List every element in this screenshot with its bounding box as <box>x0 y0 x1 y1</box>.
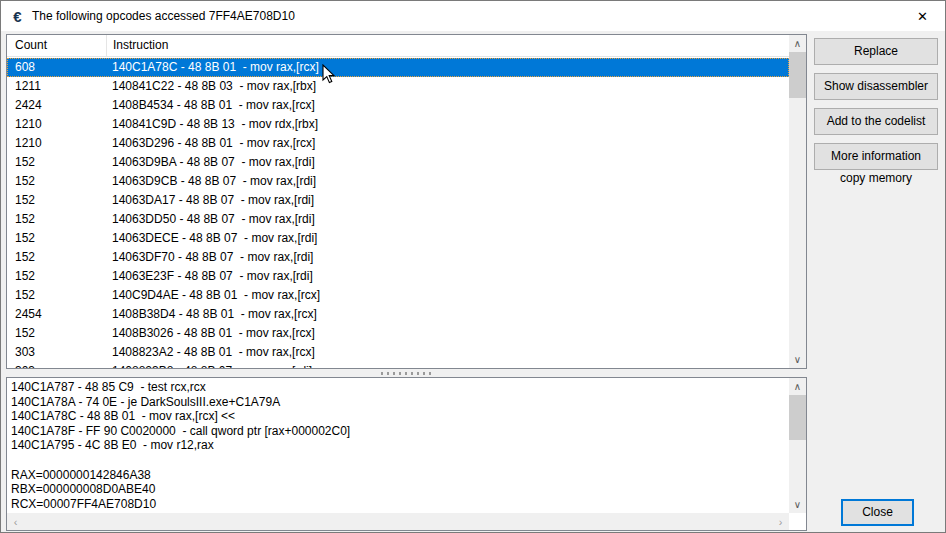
count-cell: 2424 <box>7 96 107 115</box>
table-row[interactable]: 152 14063DECE - 48 8B 07 - mov rax,[rdi] <box>7 229 789 248</box>
close-button[interactable]: Close <box>841 499 914 526</box>
instruction-cell: 14063D296 - 48 8B 01 - mov rax,[rcx] <box>107 134 789 153</box>
table-row[interactable]: 303 1408823B8 - 48 8B 07 - mov rax,[rdi] <box>7 362 789 368</box>
table-row[interactable]: 152 14063E23F - 48 8B 07 - mov rax,[rdi] <box>7 267 789 286</box>
table-row[interactable]: 152 14063D9BA - 48 8B 07 - mov rax,[rdi] <box>7 153 789 172</box>
scroll-right-icon[interactable]: › <box>772 513 789 530</box>
instruction-cell: 14063D9BA - 48 8B 07 - mov rax,[rdi] <box>107 153 789 172</box>
instruction-cell: 14063DF70 - 48 8B 07 - mov rax,[rdi] <box>107 248 789 267</box>
table-row[interactable]: 1210 14063D296 - 48 8B 01 - mov rax,[rcx… <box>7 134 789 153</box>
instruction-cell: 140841C9D - 48 8B 13 - mov rdx,[rbx] <box>107 115 789 134</box>
memo-line: 140C1A78A - 74 0E - je DarkSoulsIII.exe+… <box>11 395 789 410</box>
instruction-cell: 140C1A78C - 48 8B 01 - mov rax,[rcx] <box>107 58 789 77</box>
opcode-listview: Count Instruction 608 140C1A78C - 48 8B … <box>6 34 807 369</box>
scroll-down-icon[interactable]: ∨ <box>789 351 806 368</box>
memo-vertical-scrollbar[interactable]: ∧ ∨ <box>789 378 806 513</box>
scrollbar-thumb[interactable] <box>789 52 806 98</box>
cheat-engine-logo-icon: € <box>9 8 26 25</box>
list-header: Count Instruction <box>7 35 806 57</box>
instruction-cell: 14063DA17 - 48 8B 07 - mov rax,[rdi] <box>107 191 789 210</box>
count-cell: 152 <box>7 153 107 172</box>
table-row[interactable]: 608 140C1A78C - 48 8B 01 - mov rax,[rcx] <box>7 58 789 77</box>
count-cell: 152 <box>7 191 107 210</box>
opcode-list: 608 140C1A78C - 48 8B 01 - mov rax,[rcx]… <box>7 58 789 368</box>
count-cell: 1210 <box>7 134 107 153</box>
instruction-cell: 14063D9CB - 48 8B 07 - mov rax,[rdi] <box>107 172 789 191</box>
table-row[interactable]: 152 14063D9CB - 48 8B 07 - mov rax,[rdi] <box>7 172 789 191</box>
memo-line: 140C1A787 - 48 85 C9 - test rcx,rcx <box>11 380 789 395</box>
count-cell: 152 <box>7 267 107 286</box>
instruction-cell: 14063E23F - 48 8B 07 - mov rax,[rdi] <box>107 267 789 286</box>
scroll-up-icon[interactable]: ∧ <box>789 378 806 395</box>
count-cell: 303 <box>7 343 107 362</box>
action-button[interactable]: Add to the codelist <box>814 108 938 135</box>
action-button-panel: Replace Show disassembler Add to the cod… <box>814 38 938 170</box>
memo-line: 140C1A78F - FF 90 C0020000 - call qword … <box>11 424 789 439</box>
memo-line <box>11 453 789 468</box>
table-row[interactable]: 1211 140841C22 - 48 8B 03 - mov rax,[rbx… <box>7 77 789 96</box>
instruction-cell: 140841C22 - 48 8B 03 - mov rax,[rbx] <box>107 77 789 96</box>
count-cell: 152 <box>7 248 107 267</box>
splitter-grip-icon <box>381 372 433 375</box>
list-vertical-scrollbar[interactable]: ∧ ∨ <box>789 35 806 368</box>
instruction-cell: 1408B38D4 - 48 8B 01 - mov rax,[rcx] <box>107 305 789 324</box>
scrollbar-thumb[interactable] <box>789 395 806 440</box>
table-row[interactable]: 2424 1408B4534 - 48 8B 01 - mov rax,[rcx… <box>7 96 789 115</box>
memo-line: 140C1A795 - 4C 8B E0 - mov r12,rax <box>11 438 789 453</box>
window-close-icon[interactable]: ✕ <box>900 1 945 31</box>
column-header-instruction[interactable]: Instruction <box>107 35 806 56</box>
title-bar: € The following opcodes accessed 7FF4AE7… <box>1 1 945 31</box>
scroll-down-icon[interactable]: ∨ <box>789 496 806 513</box>
copy-memory-label[interactable]: copy memory <box>814 171 938 185</box>
scroll-left-icon[interactable]: ‹ <box>7 513 24 530</box>
table-row[interactable]: 303 1408823A2 - 48 8B 01 - mov rax,[rcx] <box>7 343 789 362</box>
window-title: The following opcodes accessed 7FF4AE708… <box>32 9 295 23</box>
memo-line: RCX=00007FF4AE708D10 <box>11 497 789 512</box>
disassembly-text[interactable]: 140C1A787 - 48 85 C9 - test rcx,rcx 140C… <box>7 378 789 513</box>
table-row[interactable]: 152 14063DA17 - 48 8B 07 - mov rax,[rdi] <box>7 191 789 210</box>
count-cell: 152 <box>7 172 107 191</box>
count-cell: 152 <box>7 210 107 229</box>
scroll-up-icon[interactable]: ∧ <box>789 35 806 52</box>
count-cell: 1211 <box>7 77 107 96</box>
column-header-count[interactable]: Count <box>7 35 107 56</box>
opcode-access-dialog: € The following opcodes accessed 7FF4AE7… <box>0 0 946 533</box>
table-row[interactable]: 2454 1408B38D4 - 48 8B 01 - mov rax,[rcx… <box>7 305 789 324</box>
action-button[interactable]: Replace <box>814 38 938 65</box>
instruction-cell: 140C9D4AE - 48 8B 01 - mov rax,[rcx] <box>107 286 789 305</box>
action-button[interactable]: More information <box>814 143 938 170</box>
memo-line: RAX=0000000142846A38 <box>11 468 789 483</box>
memo-line: 140C1A78C - 48 8B 01 - mov rax,[rcx] << <box>11 409 789 424</box>
count-cell: 152 <box>7 286 107 305</box>
count-cell: 2454 <box>7 305 107 324</box>
action-button[interactable]: Show disassembler <box>814 73 938 100</box>
disassembly-memo: 140C1A787 - 48 85 C9 - test rcx,rcx 140C… <box>6 377 807 531</box>
count-cell: 608 <box>7 58 107 77</box>
instruction-cell: 14063DD50 - 48 8B 07 - mov rax,[rdi] <box>107 210 789 229</box>
count-cell: 1210 <box>7 115 107 134</box>
instruction-cell: 1408823A2 - 48 8B 01 - mov rax,[rcx] <box>107 343 789 362</box>
table-row[interactable]: 152 14063DF70 - 48 8B 07 - mov rax,[rdi] <box>7 248 789 267</box>
instruction-cell: 1408B3026 - 48 8B 01 - mov rax,[rcx] <box>107 324 789 343</box>
memo-line: RBX=000000008D0ABE40 <box>11 482 789 497</box>
table-row[interactable]: 152 140C9D4AE - 48 8B 01 - mov rax,[rcx] <box>7 286 789 305</box>
memo-horizontal-scrollbar[interactable]: ‹ › <box>7 513 789 530</box>
table-row[interactable]: 152 1408B3026 - 48 8B 01 - mov rax,[rcx] <box>7 324 789 343</box>
table-row[interactable]: 152 14063DD50 - 48 8B 07 - mov rax,[rdi] <box>7 210 789 229</box>
count-cell: 152 <box>7 229 107 248</box>
panel-splitter[interactable] <box>6 369 807 377</box>
instruction-cell: 1408B4534 - 48 8B 01 - mov rax,[rcx] <box>107 96 789 115</box>
instruction-cell: 1408823B8 - 48 8B 07 - mov rax,[rdi] <box>107 362 789 368</box>
instruction-cell: 14063DECE - 48 8B 07 - mov rax,[rdi] <box>107 229 789 248</box>
table-row[interactable]: 1210 140841C9D - 48 8B 13 - mov rdx,[rbx… <box>7 115 789 134</box>
count-cell: 152 <box>7 324 107 343</box>
count-cell: 303 <box>7 362 107 368</box>
